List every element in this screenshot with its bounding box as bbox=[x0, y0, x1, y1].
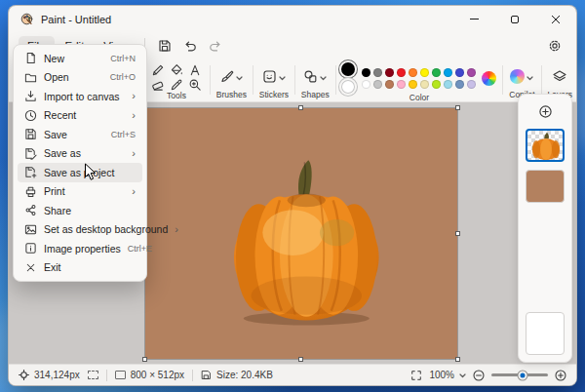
selection-handle[interactable] bbox=[298, 357, 303, 362]
color-swatch[interactable] bbox=[373, 80, 382, 89]
shapes-label: Shapes bbox=[301, 91, 330, 99]
color-swatch[interactable] bbox=[467, 80, 476, 89]
exit-icon bbox=[24, 261, 37, 274]
pumpkin-artwork bbox=[220, 150, 392, 328]
menu-item-exit[interactable]: Exit bbox=[18, 258, 142, 278]
menu-item-image-properties[interactable]: Image properties Ctrl+E bbox=[18, 239, 142, 258]
window-controls bbox=[453, 6, 576, 32]
selection-handle[interactable] bbox=[455, 105, 460, 110]
magnifier-tool[interactable] bbox=[186, 77, 204, 92]
layer-thumbnail-2[interactable] bbox=[526, 170, 565, 203]
fit-to-screen-icon[interactable] bbox=[410, 370, 422, 381]
color-swatch[interactable] bbox=[420, 68, 429, 77]
eraser-tool[interactable] bbox=[149, 77, 167, 92]
tools-section: Tools bbox=[145, 59, 208, 101]
color-swatch[interactable] bbox=[397, 68, 406, 77]
zoom-in-button[interactable] bbox=[555, 370, 566, 381]
cursor-position-value: 314,124px bbox=[34, 370, 80, 380]
file-size-value: Size: 20.4KB bbox=[216, 370, 273, 380]
selection-handle[interactable] bbox=[142, 357, 147, 362]
fill-bucket-icon bbox=[170, 63, 183, 77]
zoom-slider[interactable] bbox=[491, 373, 548, 376]
color-swatch[interactable] bbox=[444, 68, 452, 77]
save-icon bbox=[24, 128, 37, 140]
sticker-icon bbox=[262, 69, 277, 84]
color-swatch[interactable] bbox=[444, 80, 452, 89]
menu-item-share[interactable]: Share bbox=[18, 201, 142, 220]
submenu-chevron-icon: › bbox=[132, 148, 136, 159]
chevron-down-icon bbox=[279, 67, 286, 85]
menu-item-import-to-canvas[interactable]: Import to canvas › bbox=[18, 87, 142, 106]
color-swatch[interactable] bbox=[432, 68, 441, 77]
add-layer-button[interactable] bbox=[535, 101, 555, 121]
secondary-color-swatch[interactable] bbox=[341, 80, 355, 94]
color-swatch[interactable] bbox=[420, 80, 429, 89]
save-project-icon bbox=[24, 166, 37, 178]
menu-item-open[interactable]: Open Ctrl+O bbox=[18, 68, 142, 88]
selection-handle[interactable] bbox=[298, 105, 303, 110]
zoom-level-value: 100% bbox=[429, 370, 454, 380]
cursor-position-indicator: 314,124px bbox=[19, 370, 80, 380]
zoom-level-dropdown[interactable]: 100% bbox=[429, 370, 466, 380]
menu-item-print[interactable]: Print › bbox=[18, 182, 142, 202]
stickers-label: Stickers bbox=[259, 91, 289, 99]
layer1-pumpkin-preview bbox=[527, 131, 565, 161]
zoom-slider-knob[interactable] bbox=[518, 371, 526, 379]
redo-icon bbox=[209, 39, 222, 53]
file-menu-dropdown: New Ctrl+N Open Ctrl+O Import to canvas … bbox=[13, 44, 147, 282]
color-swatch[interactable] bbox=[397, 80, 406, 89]
menu-item-save-as-project[interactable]: Save as project bbox=[18, 163, 142, 182]
color-swatch[interactable] bbox=[432, 80, 441, 89]
menu-item-save-as[interactable]: Save as › bbox=[18, 144, 142, 164]
menu-item-set-as-desktop-background[interactable]: Set as desktop background › bbox=[18, 220, 142, 240]
color-swatch[interactable] bbox=[409, 68, 417, 77]
color-swatch[interactable] bbox=[362, 80, 370, 89]
zoom-out-button[interactable] bbox=[473, 370, 485, 381]
save-as-icon bbox=[24, 147, 37, 160]
minimize-button[interactable] bbox=[453, 6, 494, 32]
canvas[interactable] bbox=[145, 108, 457, 359]
close-button[interactable] bbox=[535, 6, 576, 32]
color-swatches bbox=[360, 66, 477, 90]
eyedropper-tool[interactable] bbox=[168, 77, 185, 92]
undo-button[interactable] bbox=[178, 35, 202, 57]
color-swatch[interactable] bbox=[373, 68, 382, 77]
selection-handle[interactable] bbox=[455, 357, 460, 362]
background-layer-thumbnail[interactable] bbox=[526, 312, 565, 355]
paint-app-icon bbox=[20, 13, 33, 25]
menu-item-recent[interactable]: Recent › bbox=[18, 106, 142, 126]
color-swatch[interactable] bbox=[455, 80, 464, 89]
redo-button[interactable] bbox=[204, 35, 227, 57]
primary-color-swatch[interactable] bbox=[341, 62, 355, 76]
separator bbox=[210, 65, 211, 95]
color-swatch[interactable] bbox=[455, 68, 464, 77]
canvas-size-indicator: 800 × 512px bbox=[115, 370, 184, 380]
color-swatch[interactable] bbox=[362, 68, 370, 77]
fill-tool[interactable] bbox=[168, 62, 185, 77]
text-icon bbox=[188, 63, 202, 77]
undo-icon bbox=[183, 39, 197, 53]
menu-item-save[interactable]: Save Ctrl+S bbox=[18, 125, 142, 144]
gear-icon bbox=[548, 39, 562, 53]
color-swatch[interactable] bbox=[385, 68, 394, 77]
shapes-section[interactable]: Shapes bbox=[297, 59, 333, 101]
text-tool[interactable] bbox=[186, 62, 204, 77]
window-title: Paint - Untitled bbox=[41, 14, 111, 25]
maximize-button[interactable] bbox=[494, 6, 535, 32]
pencil-tool[interactable] bbox=[149, 62, 167, 77]
color-swatch[interactable] bbox=[409, 80, 417, 89]
separator bbox=[106, 370, 107, 381]
brushes-section[interactable]: Brushes bbox=[213, 59, 251, 101]
selection-handle[interactable] bbox=[455, 231, 460, 236]
menu-item-new[interactable]: New Ctrl+N bbox=[18, 49, 142, 68]
settings-button[interactable] bbox=[543, 35, 566, 57]
layer-thumbnail-1[interactable] bbox=[526, 129, 565, 162]
color-swatch[interactable] bbox=[467, 68, 476, 77]
stickers-section[interactable]: Stickers bbox=[255, 59, 292, 101]
edit-colors-button[interactable] bbox=[482, 71, 496, 86]
close-icon bbox=[551, 15, 561, 24]
chevron-down-icon bbox=[526, 67, 533, 85]
save-button[interactable] bbox=[153, 35, 176, 57]
color-swatch[interactable] bbox=[385, 80, 394, 89]
color-section: Color bbox=[337, 59, 500, 101]
